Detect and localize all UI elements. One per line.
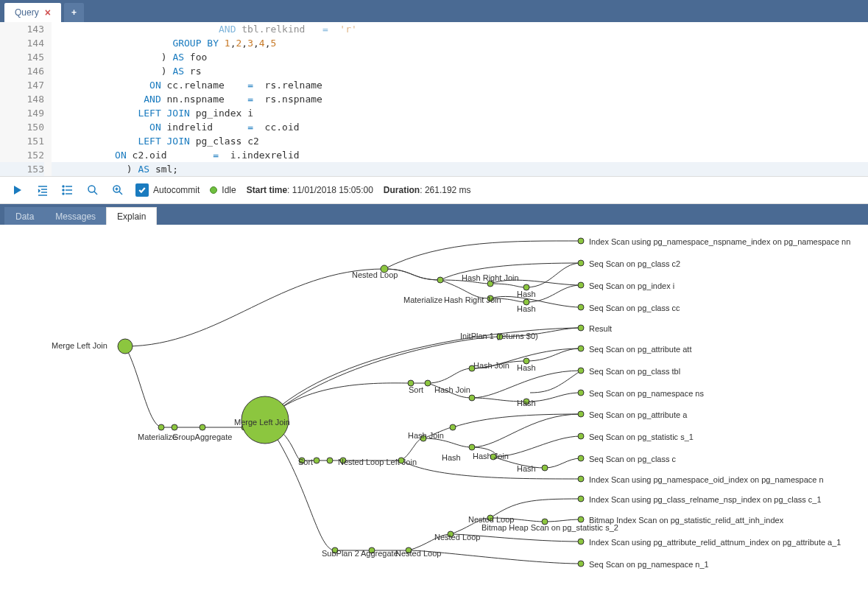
plan-node[interactable] <box>158 424 164 430</box>
plan-node[interactable] <box>542 519 548 525</box>
start-time: Start time: 11/01/2018 15:05:00 <box>247 185 373 195</box>
plan-node[interactable] <box>578 516 584 522</box>
plan-node[interactable] <box>241 396 289 444</box>
plan-node[interactable] <box>578 411 584 417</box>
code-area[interactable]: AND tbl.relkind = 'r' GROUP BY 1,2,3,4,5… <box>52 22 868 176</box>
plan-node[interactable] <box>469 365 475 371</box>
plan-node[interactable] <box>497 334 503 340</box>
svg-line-11 <box>94 192 97 195</box>
plan-node[interactable] <box>578 282 584 288</box>
plan-node[interactable] <box>487 295 493 301</box>
add-icon: + <box>71 7 77 18</box>
plan-node[interactable] <box>406 547 412 553</box>
explain-graph[interactable]: Merge Left JoinNested LoopMaterializeHas… <box>0 225 868 600</box>
plan-node[interactable] <box>578 476 584 482</box>
plan-node[interactable] <box>523 399 529 404</box>
status-indicator <box>210 186 217 194</box>
plan-node[interactable] <box>381 265 388 273</box>
svg-point-10 <box>88 186 95 192</box>
plan-node[interactable] <box>437 277 443 283</box>
plan-node[interactable] <box>299 458 305 463</box>
plan-node[interactable] <box>578 390 584 396</box>
plan-node[interactable] <box>420 435 426 441</box>
zoom-in-icon[interactable] <box>110 183 125 197</box>
duration: Duration: 261.192 ms <box>384 185 471 195</box>
plan-node[interactable] <box>448 531 454 537</box>
indent-icon[interactable] <box>35 183 50 197</box>
results-tab-data[interactable]: Data <box>4 207 45 225</box>
results-tab-bar: Data Messages Explain <box>0 204 868 225</box>
plan-node[interactable] <box>578 496 584 502</box>
svg-point-9 <box>63 193 64 195</box>
plan-node[interactable] <box>118 339 133 354</box>
plan-node[interactable] <box>425 380 431 386</box>
plan-node[interactable] <box>450 424 456 430</box>
run-button[interactable] <box>10 183 25 197</box>
plan-node[interactable] <box>578 433 584 439</box>
start-time-value: 11/01/2018 15:05:00 <box>292 185 373 195</box>
list-icon[interactable] <box>60 183 75 197</box>
sql-editor[interactable]: 143144145146147148149150151152153 AND tb… <box>0 22 868 177</box>
plan-node[interactable] <box>408 380 414 386</box>
plan-node[interactable] <box>398 458 404 463</box>
plan-node[interactable] <box>487 281 493 287</box>
duration-label: Duration <box>384 185 420 195</box>
plan-node[interactable] <box>327 458 333 463</box>
plan-node[interactable] <box>332 547 338 553</box>
plan-node[interactable] <box>578 368 584 374</box>
autocommit-checkbox[interactable] <box>135 183 149 197</box>
plan-node[interactable] <box>578 455 584 461</box>
svg-point-8 <box>63 189 64 191</box>
start-time-label: Start time <box>247 185 287 195</box>
plan-node[interactable] <box>469 444 475 450</box>
query-toolbar: Autocommit Idle Start time: 11/01/2018 1… <box>0 177 868 204</box>
svg-line-13 <box>119 192 122 195</box>
plan-node[interactable] <box>578 260 584 266</box>
plan-node[interactable] <box>523 358 529 364</box>
search-icon[interactable] <box>85 183 100 197</box>
results-tab-messages[interactable]: Messages <box>44 207 107 225</box>
plan-node[interactable] <box>578 325 584 331</box>
plan-node[interactable] <box>469 395 475 401</box>
duration-value: 261.192 ms <box>425 185 471 195</box>
plan-node[interactable] <box>487 515 493 521</box>
plan-node[interactable] <box>542 465 548 471</box>
results-tab-explain[interactable]: Explain <box>106 207 157 225</box>
plan-node[interactable] <box>523 299 529 305</box>
tab-query-label: Query <box>15 7 39 18</box>
line-gutter: 143144145146147148149150151152153 <box>0 22 52 176</box>
plan-node[interactable] <box>369 547 375 553</box>
plan-node[interactable] <box>523 284 529 290</box>
plan-node[interactable] <box>578 304 584 310</box>
tab-add[interactable]: + <box>64 3 84 22</box>
plan-node[interactable] <box>340 458 346 463</box>
plan-node[interactable] <box>578 561 584 567</box>
status-label: Idle <box>222 185 236 195</box>
plan-node[interactable] <box>578 539 584 544</box>
plan-node[interactable] <box>200 424 205 430</box>
close-icon[interactable]: × <box>45 7 51 18</box>
autocommit-label: Autocommit <box>153 185 200 195</box>
tab-bar: Query × + <box>0 0 868 22</box>
tab-query[interactable]: Query × <box>4 3 61 22</box>
plan-node[interactable] <box>172 424 177 430</box>
plan-node[interactable] <box>578 346 584 351</box>
svg-point-7 <box>63 186 64 187</box>
plan-node[interactable] <box>578 238 584 244</box>
plan-node[interactable] <box>314 458 320 463</box>
plan-node[interactable] <box>490 454 496 460</box>
